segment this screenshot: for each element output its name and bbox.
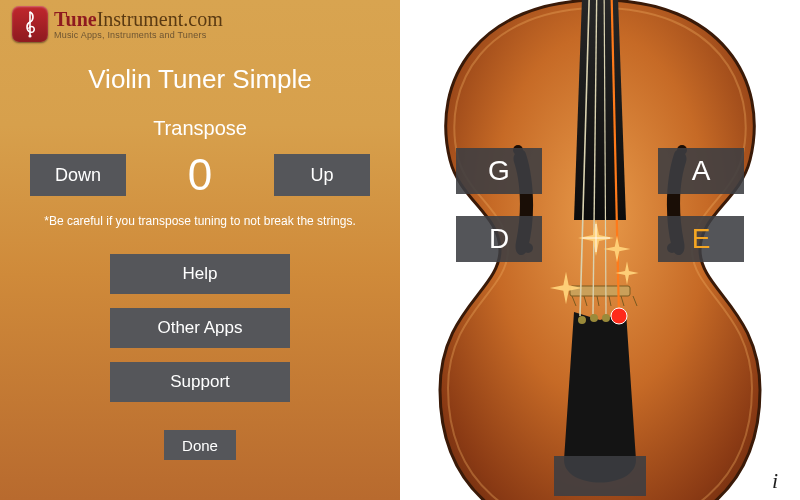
brand-title-rest: Instrument.com [97,8,223,30]
brand-tagline: Music Apps, Instruments and Tuners [54,31,223,40]
svg-rect-6 [570,286,630,296]
brand-header: TuneInstrument.com Music Apps, Instrumen… [12,6,223,42]
app-root: TuneInstrument.com Music Apps, Instrumen… [0,0,800,500]
brand-text: TuneInstrument.com Music Apps, Instrumen… [54,9,223,40]
instrument-panel: G D A E i [400,0,800,500]
svg-point-1 [28,34,31,37]
svg-point-7 [578,316,586,324]
brand-logo [12,6,48,42]
page-title: Violin Tuner Simple [88,64,312,95]
string-a-button[interactable]: A [658,148,744,194]
help-button[interactable]: Help [110,254,290,294]
other-apps-button[interactable]: Other Apps [110,308,290,348]
transpose-value: 0 [188,150,212,200]
string-e-button[interactable]: E [658,216,744,262]
string-d-button[interactable]: D [456,216,542,262]
info-button[interactable]: i [762,468,788,494]
done-button[interactable]: Done [164,430,236,460]
bottom-handle-button[interactable] [554,456,646,496]
svg-point-8 [590,314,598,322]
transpose-up-button[interactable]: Up [274,154,370,196]
transpose-down-button[interactable]: Down [30,154,126,196]
transpose-controls: Down 0 Up [30,150,370,200]
brand-title: TuneInstrument.com [54,9,223,29]
brand-title-tune: Tune [54,8,97,30]
svg-point-15 [611,308,627,324]
menu: Help Other Apps Support [110,254,290,402]
treble-clef-icon [20,10,40,38]
svg-point-9 [602,314,610,322]
transpose-label: Transpose [153,117,247,140]
transpose-warning: *Be careful if you transpose tuning to n… [44,214,356,228]
settings-panel: TuneInstrument.com Music Apps, Instrumen… [0,0,400,500]
string-g-button[interactable]: G [456,148,542,194]
support-button[interactable]: Support [110,362,290,402]
